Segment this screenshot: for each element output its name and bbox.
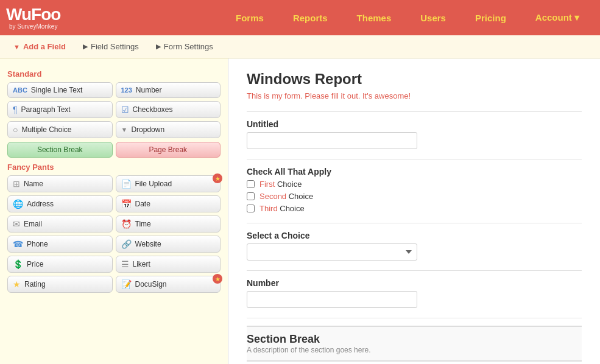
number-icon: 123 [121, 86, 132, 94]
nav-reports[interactable]: Reports [278, 0, 342, 35]
field-group-checkboxes: Check All That Apply First Choice Second… [247, 167, 582, 213]
checkbox-second[interactable]: Second Choice [247, 192, 582, 201]
field-name[interactable]: ⊞ Name [7, 175, 113, 192]
field-paragraph-text[interactable]: ¶ Paragraph Text [7, 101, 113, 118]
field-file-upload[interactable]: 📄 File Upload ★ [116, 175, 221, 192]
field-file-upload-label: File Upload [135, 180, 172, 188]
standard-label: Standard [7, 69, 221, 79]
field-group-select: Select a Choice [247, 231, 582, 261]
tab-form-settings-arrow: ▶ [156, 43, 161, 51]
field-email[interactable]: ✉ Email [7, 215, 113, 233]
price-icon: 💲 [13, 259, 23, 269]
divider-5 [247, 318, 582, 318]
checkbox-third[interactable]: Third Choice [247, 204, 582, 213]
checkbox-icon: ☑ [121, 105, 129, 114]
field-page-break-label: Page Break [149, 145, 187, 154]
section-break-block: Section Break A description of the secti… [247, 326, 582, 362]
field-docusign-label: DocuSign [135, 280, 167, 289]
field-website[interactable]: 🔗 Website [116, 236, 221, 253]
field-address[interactable]: 🌐 Address [7, 195, 113, 212]
logo-sub: by SurveyMonkey [9, 23, 57, 30]
main-layout: Standard ABC Single Line Text 123 Number… [0, 58, 600, 364]
field-single-line-text[interactable]: ABC Single Line Text [7, 82, 113, 98]
number-input[interactable] [247, 291, 417, 308]
select-input[interactable] [247, 243, 417, 261]
select-label: Select a Choice [247, 231, 582, 240]
tab-field-settings-arrow: ▶ [83, 43, 88, 51]
field-multiple-choice[interactable]: ○ Multiple Choice [7, 121, 113, 138]
right-panel: Windows Report This is my form. Please f… [228, 58, 600, 364]
checkbox-third-input[interactable] [247, 205, 255, 212]
field-likert[interactable]: ☰ Likert [116, 256, 221, 273]
checkbox-second-label: Second Choice [259, 192, 313, 201]
field-dropdown-label: Dropdown [131, 125, 164, 134]
tab-add-field-arrow: ▼ [13, 43, 20, 51]
field-page-break[interactable]: Page Break [116, 142, 221, 158]
form-title: Windows Report [247, 71, 582, 88]
nav-themes[interactable]: Themes [342, 0, 406, 35]
field-date-label: Date [135, 200, 150, 208]
field-checkboxes[interactable]: ☑ Checkboxes [116, 101, 221, 118]
logo: WuFoo [6, 6, 60, 23]
field-price[interactable]: 💲 Price [7, 256, 113, 273]
standard-fields-grid: ABC Single Line Text 123 Number ¶ Paragr… [7, 82, 221, 138]
field-group-untitled: Untitled [247, 119, 582, 149]
field-phone-label: Phone [27, 240, 48, 248]
upload-badge: ★ [213, 173, 222, 183]
divider-4 [247, 270, 582, 271]
field-date[interactable]: 📅 Date [116, 195, 221, 212]
nav-links: Forms Reports Themes Users Pricing Accou… [221, 0, 594, 35]
field-section-break-label: Section Break [37, 145, 83, 154]
number-label: Number [247, 278, 582, 288]
tab-form-settings-label: Form Settings [164, 42, 213, 51]
checkbox-first[interactable]: First Choice [247, 180, 582, 189]
field-checkboxes-label: Checkboxes [133, 105, 173, 114]
untitled-input[interactable] [247, 132, 417, 149]
dropdown-icon: ▼ [121, 126, 128, 133]
field-single-line-text-label: Single Line Text [31, 86, 83, 94]
checkbox-group: First Choice Second Choice Third Choice [247, 180, 582, 213]
upload-icon: 📄 [121, 179, 132, 189]
checkbox-third-label: Third Choice [259, 204, 305, 213]
tab-form-settings[interactable]: ▶ Form Settings [147, 40, 222, 54]
divider-2 [247, 159, 582, 159]
field-time[interactable]: ⏰ Time [116, 215, 221, 233]
logo-area: WuFoo by SurveyMonkey [6, 6, 60, 30]
nav-pricing[interactable]: Pricing [461, 0, 521, 35]
field-docusign[interactable]: 📝 DocuSign ★ [116, 276, 221, 293]
fancy-fields-grid: ⊞ Name 📄 File Upload ★ 🌐 Address 📅 Date … [7, 175, 221, 293]
section-break-desc: A description of the section goes here. [247, 346, 582, 354]
field-section-break[interactable]: Section Break [7, 142, 113, 158]
paragraph-icon: ¶ [13, 105, 18, 114]
field-dropdown[interactable]: ▼ Dropdown [116, 121, 221, 138]
nav-account[interactable]: Account ▾ [521, 0, 594, 35]
field-phone[interactable]: ☎ Phone [7, 236, 113, 253]
field-number[interactable]: 123 Number [116, 82, 221, 98]
divider-1 [247, 111, 582, 112]
tab-add-field[interactable]: ▼ Add a Field [5, 40, 74, 54]
field-price-label: Price [27, 260, 43, 268]
tab-field-settings[interactable]: ▶ Field Settings [74, 40, 147, 54]
nav-users[interactable]: Users [406, 0, 461, 35]
name-icon: ⊞ [13, 179, 20, 189]
rating-icon: ★ [13, 279, 21, 289]
tab-field-settings-label: Field Settings [91, 42, 139, 51]
fancy-label: Fancy Pants [7, 163, 221, 172]
likert-icon: ☰ [121, 259, 129, 269]
field-rating-label: Rating [24, 280, 46, 289]
field-address-label: Address [27, 200, 54, 208]
break-grid: Section Break Page Break [7, 142, 221, 158]
field-multiple-choice-label: Multiple Choice [21, 125, 71, 134]
date-icon: 📅 [121, 199, 132, 209]
left-panel: Standard ABC Single Line Text 123 Number… [0, 58, 228, 364]
checkbox-first-input[interactable] [247, 180, 255, 188]
nav-forms[interactable]: Forms [221, 0, 278, 35]
phone-icon: ☎ [13, 239, 23, 249]
checkbox-second-input[interactable] [247, 192, 255, 200]
docusign-icon: 📝 [121, 279, 132, 289]
divider-3 [247, 223, 582, 223]
field-email-label: Email [24, 220, 42, 228]
sub-nav: ▼ Add a Field ▶ Field Settings ▶ Form Se… [0, 35, 600, 58]
radio-icon: ○ [13, 125, 18, 135]
field-rating[interactable]: ★ Rating [7, 276, 113, 293]
